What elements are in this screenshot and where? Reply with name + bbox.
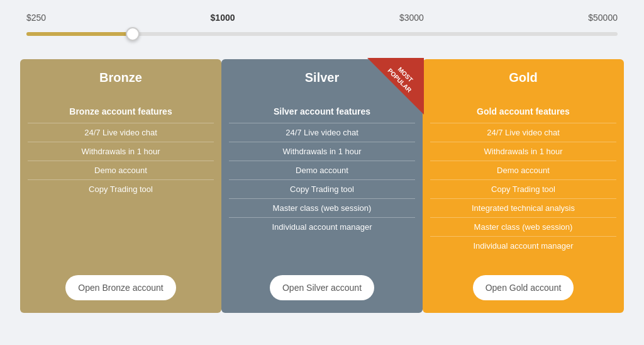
gold-body: Gold account features 24/7 Live video ch… [423,96,624,265]
cards-section: Bronze Bronze account features 24/7 Live… [20,59,624,313]
gold-card: Gold Gold account features 24/7 Live vid… [423,59,624,313]
list-item: Demo account [229,161,415,179]
slider-thumb[interactable] [126,27,140,41]
open-gold-button[interactable]: Open Gold account [473,275,574,300]
list-item: Copy Trading tool [430,179,616,198]
list-item: 24/7 Live video chat [28,123,214,142]
open-silver-button[interactable]: Open Silver account [270,275,374,300]
most-popular-label: MOST POPULAR [379,58,424,101]
bronze-header: Bronze [20,59,221,96]
list-item: Copy Trading tool [229,179,415,198]
list-item: Integrated technical analysis [430,198,616,217]
bronze-footer: Open Bronze account [20,265,221,313]
list-item: Withdrawals in 1 hour [430,142,616,161]
gold-header: Gold [423,59,624,96]
list-item: Individual account manager [430,236,616,255]
slider-section: $250 $1000 $3000 $50000 [20,13,624,59]
bronze-body: Bronze account features 24/7 Live video … [20,96,221,265]
gold-footer: Open Gold account [423,265,624,313]
list-item: Withdrawals in 1 hour [28,142,214,161]
list-item: Master class (web session) [430,217,616,236]
list-item: Individual account manager [229,217,415,236]
list-item: 24/7 Live video chat [229,123,415,142]
slider-label-1000: $1000 [211,13,235,23]
slider-label-3000: $3000 [399,13,424,23]
open-bronze-button[interactable]: Open Bronze account [65,275,175,300]
silver-footer: Open Silver account [221,265,423,313]
list-item: Withdrawals in 1 hour [229,142,415,161]
list-item: Demo account [28,161,214,179]
silver-body: Silver account features 24/7 Live video … [221,96,423,265]
most-popular-ribbon: MOST POPULAR [367,58,424,115]
gold-features-title: Gold account features [430,106,616,116]
list-item: 24/7 Live video chat [430,123,616,142]
silver-card: MOST POPULAR Silver Silver account featu… [221,59,423,313]
slider-label-50000: $50000 [588,13,618,23]
bronze-card: Bronze Bronze account features 24/7 Live… [20,59,221,313]
list-item: Copy Trading tool [28,179,214,198]
list-item: Master class (web session) [229,198,415,217]
slider-label-250: $250 [26,13,46,23]
slider-labels: $250 $1000 $3000 $50000 [26,13,618,23]
slider-track-container[interactable] [26,28,618,40]
bronze-features-title: Bronze account features [28,106,214,116]
slider-track [26,32,618,36]
list-item: Demo account [430,161,616,179]
